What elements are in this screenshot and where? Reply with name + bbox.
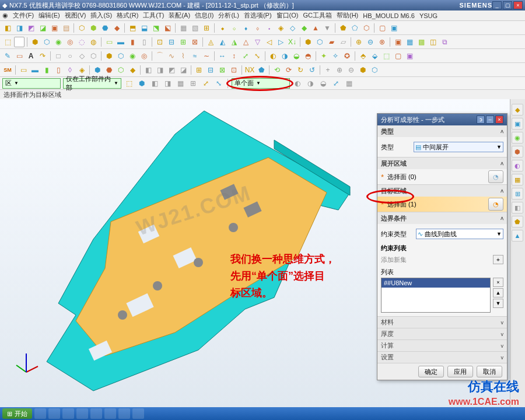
- tool-icon[interactable]: ◐: [268, 51, 278, 61]
- resource-icon[interactable]: ◐: [512, 160, 523, 172]
- sm-icon[interactable]: SM: [2, 65, 13, 75]
- tool-icon[interactable]: ⊖: [346, 65, 356, 75]
- select-face-button[interactable]: ◔: [488, 198, 503, 211]
- tool-icon[interactable]: ▭: [18, 65, 29, 75]
- tool-icon[interactable]: ◌: [76, 37, 87, 47]
- taskbar-item[interactable]: [132, 408, 144, 419]
- tool-icon[interactable]: ✪: [342, 51, 352, 61]
- list-down-button[interactable]: ▼: [493, 299, 503, 308]
- tool-icon[interactable]: ▤: [61, 23, 71, 33]
- tool-icon[interactable]: ↷: [37, 51, 48, 61]
- new-icon[interactable]: ▫: [14, 37, 24, 47]
- tool-icon[interactable]: ⬡: [88, 51, 99, 61]
- tool-icon[interactable]: ◧: [149, 78, 160, 89]
- taskbar-item[interactable]: [118, 408, 130, 419]
- tool-icon[interactable]: ▣: [404, 51, 415, 61]
- dialog-minimize-button[interactable]: –: [486, 116, 494, 124]
- dialog-close-button[interactable]: ×: [495, 116, 503, 124]
- resource-icon[interactable]: ◧: [512, 202, 523, 214]
- resource-icon[interactable]: ▦: [512, 174, 523, 186]
- tool-icon[interactable]: ⬓: [139, 23, 149, 33]
- tool-icon[interactable]: ⊕: [334, 65, 345, 75]
- tool-icon[interactable]: ⊡: [155, 37, 165, 47]
- taskbar-item[interactable]: [48, 408, 60, 419]
- tool-icon[interactable]: ≈: [190, 51, 200, 61]
- apply-button[interactable]: 应用: [447, 366, 473, 377]
- tool-icon[interactable]: ⬙: [369, 51, 380, 61]
- select-face-button[interactable]: ◔: [488, 170, 503, 183]
- taskbar-item[interactable]: [104, 408, 116, 419]
- menu-format[interactable]: 格式(R): [117, 11, 138, 20]
- tool-icon[interactable]: ⬟: [338, 23, 348, 33]
- resource-icon[interactable]: ▣: [512, 118, 523, 130]
- tool-icon[interactable]: ▷: [275, 37, 286, 47]
- tool-icon[interactable]: ✧: [330, 51, 341, 61]
- tool-icon[interactable]: ▧: [190, 23, 200, 33]
- tool-icon[interactable]: ◧: [143, 65, 153, 75]
- tool-icon[interactable]: ◆: [127, 65, 138, 75]
- tool-icon[interactable]: ⊞: [194, 65, 204, 75]
- tool-icon[interactable]: ⬢: [88, 23, 99, 33]
- type-filter-combo[interactable]: 区▼: [2, 78, 61, 89]
- list-remove-button[interactable]: ×: [493, 278, 503, 287]
- tool-icon[interactable]: ⌒: [155, 51, 165, 61]
- tool-icon[interactable]: ▭: [14, 51, 24, 61]
- tool-icon[interactable]: ▽: [252, 37, 262, 47]
- resource-icon[interactable]: ⬟: [512, 216, 523, 228]
- menu-help[interactable]: 帮助(H): [337, 11, 358, 20]
- tool-icon[interactable]: ○: [65, 51, 75, 61]
- tool-icon[interactable]: ↻: [295, 65, 306, 75]
- tool-icon[interactable]: ⬨: [252, 23, 262, 33]
- tool-icon[interactable]: ⬣: [104, 65, 114, 75]
- tool-icon[interactable]: ⊟: [205, 65, 216, 75]
- tool-icon[interactable]: ↔: [217, 51, 228, 61]
- menu-ysug[interactable]: YSUG: [419, 12, 438, 19]
- tool-icon[interactable]: ◎: [139, 51, 149, 61]
- tool-icon[interactable]: ◇: [76, 51, 87, 61]
- constraint-listbox[interactable]: ##U8New: [381, 278, 491, 313]
- tool-icon[interactable]: ⬡: [361, 23, 372, 33]
- tool-icon[interactable]: ◨: [14, 23, 24, 33]
- menu-gc[interactable]: GC工具箱: [303, 11, 332, 20]
- constraint-type-select[interactable]: ∿ 曲线到曲线 ▼: [416, 229, 503, 239]
- start-button[interactable]: ⊞开始: [2, 408, 32, 419]
- tool-icon[interactable]: ▭: [104, 37, 114, 47]
- menu-info[interactable]: 信息(I): [195, 11, 214, 20]
- tool-icon[interactable]: ◈: [76, 65, 87, 75]
- tool-icon[interactable]: ⬡: [116, 51, 126, 61]
- tool-icon[interactable]: ◈: [275, 23, 286, 33]
- tool-icon[interactable]: ▮: [127, 37, 138, 47]
- taskbar-item[interactable]: [34, 408, 46, 419]
- add-constraint-button[interactable]: +: [493, 255, 503, 264]
- tool-icon[interactable]: △: [240, 37, 251, 47]
- menu-analysis[interactable]: 分析(L): [218, 11, 239, 20]
- tool-icon[interactable]: ◒: [318, 78, 328, 89]
- ok-button[interactable]: 确定: [418, 366, 444, 377]
- tool-icon[interactable]: ▬: [30, 65, 40, 75]
- tool-icon[interactable]: ⬧: [240, 23, 251, 33]
- tool-icon[interactable]: ▼: [322, 23, 332, 33]
- section-compute[interactable]: 计算v: [377, 340, 507, 352]
- unfold-select-face-row[interactable]: * 选择面 (0) ◔: [377, 169, 507, 184]
- tool-icon[interactable]: ◍: [88, 37, 99, 47]
- tool-icon[interactable]: ↕: [229, 51, 239, 61]
- tool-icon[interactable]: ⬡: [369, 65, 380, 75]
- tool-icon[interactable]: ◧: [2, 23, 13, 33]
- tool-icon[interactable]: ⤡: [214, 78, 224, 89]
- cancel-button[interactable]: 取消: [477, 366, 502, 377]
- tool-icon[interactable]: ▦: [344, 78, 354, 89]
- tool-icon[interactable]: ◬: [205, 37, 216, 47]
- section-boundary-header[interactable]: 边界条件ʌ: [377, 212, 507, 224]
- section-target-header[interactable]: 目标区域ʌ: [377, 185, 507, 197]
- tool-icon[interactable]: ⤢: [201, 78, 211, 89]
- tool-icon[interactable]: ◨: [155, 65, 165, 75]
- tool-icon[interactable]: ◩: [166, 65, 177, 75]
- tool-icon[interactable]: ⬣: [100, 23, 110, 33]
- tool-icon[interactable]: ▬: [116, 37, 126, 47]
- maximize-button[interactable]: ▢: [503, 1, 512, 9]
- tool-icon[interactable]: ▦: [404, 37, 415, 47]
- tool-icon[interactable]: ⬔: [150, 23, 161, 33]
- tool-icon[interactable]: ◩: [26, 23, 36, 33]
- section-settings[interactable]: 设置v: [377, 352, 507, 363]
- tool-icon[interactable]: ◊: [65, 65, 75, 75]
